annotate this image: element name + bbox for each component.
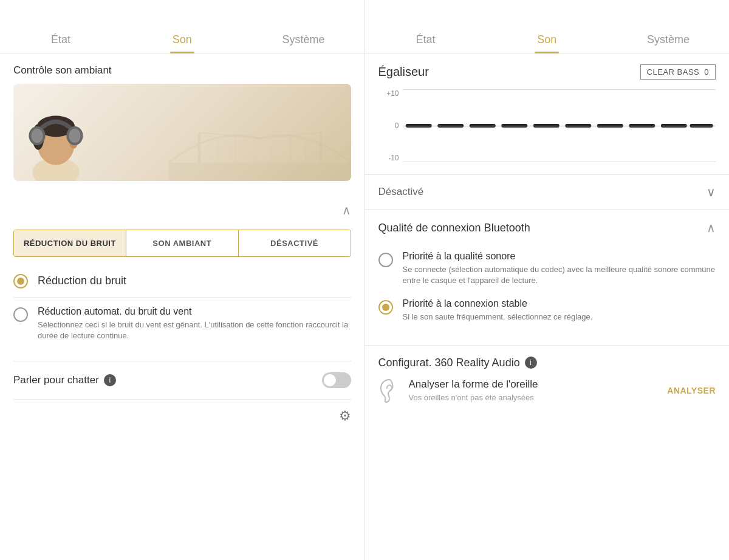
tab-son-right[interactable]: Son <box>486 0 608 53</box>
tab-systeme-left[interactable]: Système <box>243 0 364 53</box>
noise-reduction-main-radio[interactable]: Réduction du bruit <box>0 264 364 297</box>
wind-reduction-radio-button[interactable] <box>13 307 28 322</box>
eq-grid-bottom <box>403 162 716 162</box>
headphone-illustration <box>13 84 351 181</box>
bt-quality-text: Priorité à la qualité sonore Se connecte… <box>403 251 716 286</box>
settings-row: ⚙ <box>0 400 364 432</box>
desactive-dropdown[interactable]: Désactivé ∨ <box>365 174 730 209</box>
bt-stable-text: Priorité à la connexion stable Si le son… <box>403 298 593 323</box>
right-tabs: État Son Système <box>365 0 730 53</box>
noise-reduction-radio-button[interactable] <box>13 274 28 289</box>
bluetooth-radio-options: Priorité à la qualité sonore Se connecte… <box>365 241 730 345</box>
eq-grid <box>403 89 716 162</box>
mode-tab-son-ambiant[interactable]: SON AMBIANT <box>126 230 239 256</box>
reality-info-icon[interactable]: i <box>525 357 537 369</box>
eq-header: Égaliseur CLEAR BASS 0 <box>378 64 716 80</box>
eq-grid-zero <box>403 126 716 126</box>
mode-tabs: RÉDUCTION DU BRUIT SON AMBIANT DÉSACTIVÉ <box>13 230 351 257</box>
svg-point-18 <box>31 129 43 143</box>
parler-toggle-row: Parler pour chatter i <box>0 361 364 399</box>
left-tabs: État Son Système <box>0 0 364 53</box>
tab-etat-left[interactable]: État <box>0 0 122 53</box>
tab-etat-right[interactable]: État <box>365 0 487 53</box>
svg-rect-0 <box>169 163 351 181</box>
analyser-button[interactable]: ANALYSER <box>667 386 716 395</box>
settings-gear-icon[interactable]: ⚙ <box>339 408 351 424</box>
reality-audio-section: Configurat. 360 Reality Audio i Analyser… <box>365 345 730 409</box>
wind-reduction-section: Réduction automat. du bruit du vent Séle… <box>0 298 364 361</box>
right-panel: État Son Système Égaliseur CLEAR BASS 0 <box>365 0 730 560</box>
ear-analyse-row: Analyser la forme de l'oreille Vos oreil… <box>378 378 716 403</box>
eq-y-labels: +10 0 -10 <box>378 89 403 162</box>
chevron-up-icon[interactable]: ∧ <box>342 203 351 217</box>
parler-label-group: Parler pour chatter i <box>13 374 116 386</box>
ear-text-group: Analyser la forme de l'oreille Vos oreil… <box>409 378 659 402</box>
parler-info-icon[interactable]: i <box>104 374 116 386</box>
reality-audio-title: Configurat. 360 Reality Audio <box>378 357 520 369</box>
bt-chevron-up-icon[interactable]: ∧ <box>707 220 716 235</box>
wind-reduction-text: Réduction automat. du bruit du vent Séle… <box>38 306 351 341</box>
bt-title-row: Qualité de connexion Bluetooth ∧ <box>378 220 716 235</box>
left-panel: État Son Système Contrôle son ambiant <box>0 0 365 560</box>
bt-quality-radio-button[interactable] <box>378 253 393 267</box>
equalizer-title: Égaliseur <box>378 65 429 79</box>
bt-stable-radio-button[interactable] <box>378 300 393 315</box>
ambient-section: Contrôle son ambiant <box>0 53 364 198</box>
collapse-button[interactable]: ∧ <box>0 198 364 222</box>
chevron-down-icon: ∨ <box>707 185 716 199</box>
bluetooth-title: Qualité de connexion Bluetooth <box>378 222 530 234</box>
eq-chart: +10 0 -10 <box>378 89 716 162</box>
equalizer-section: Égaliseur CLEAR BASS 0 +10 0 -10 <box>365 53 730 174</box>
clear-bass-label: CLEAR BASS <box>647 67 700 77</box>
tab-son-left[interactable]: Son <box>122 0 243 53</box>
ambient-title: Contrôle son ambiant <box>13 64 351 77</box>
bt-quality-option: Priorité à la qualité sonore Se connecte… <box>378 251 716 286</box>
ear-icon <box>378 378 400 403</box>
mode-tab-reduction[interactable]: RÉDUCTION DU BRUIT <box>14 230 126 256</box>
svg-point-20 <box>69 129 80 143</box>
svg-line-3 <box>199 132 260 138</box>
parler-toggle-switch[interactable] <box>322 372 351 388</box>
tab-systeme-right[interactable]: Système <box>608 0 729 53</box>
person-headphone-icon <box>19 90 92 181</box>
bridge-icon <box>169 120 351 181</box>
clear-bass-value: 0 <box>704 67 709 77</box>
reality-title-row: Configurat. 360 Reality Audio i <box>378 357 716 369</box>
eq-grid-top <box>403 89 716 90</box>
bt-stable-option: Priorité à la connexion stable Si le son… <box>378 298 716 323</box>
desactive-label: Désactivé <box>378 186 424 198</box>
bluetooth-section: Qualité de connexion Bluetooth ∧ <box>365 209 730 241</box>
clear-bass-badge: CLEAR BASS 0 <box>640 64 716 80</box>
wind-reduction-radio-item: Réduction automat. du bruit du vent Séle… <box>13 306 351 341</box>
mode-tab-desactive[interactable]: DÉSACTIVÉ <box>239 230 351 256</box>
